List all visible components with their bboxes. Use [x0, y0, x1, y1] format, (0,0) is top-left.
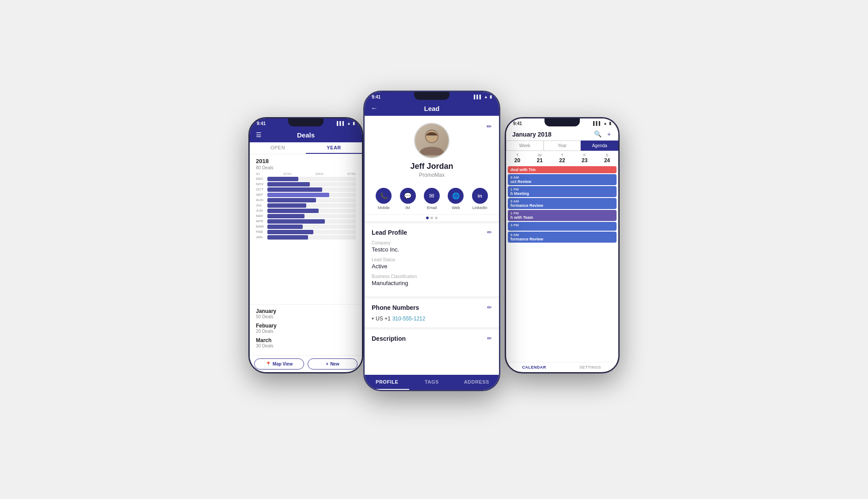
lead-avatar — [414, 123, 449, 158]
month-febuary: Febuary 20 Deals — [256, 323, 356, 334]
event-deal-with-tim[interactable]: deal with Tim — [508, 166, 617, 173]
event-product-review-1[interactable]: 9 AM uct Review — [508, 174, 617, 185]
tab-year[interactable]: YEAR — [306, 142, 362, 154]
search-icon[interactable]: 🔍 — [594, 130, 602, 138]
notch-right — [544, 118, 580, 126]
phone-numbers-edit-button[interactable]: ✏ — [487, 304, 492, 311]
tab-agenda[interactable]: Agenda — [581, 141, 618, 151]
phone-deals: 9:41 ▌▌▌ ▲ ▮ ☰ Deals OPEN YEAR 2018 80 D… — [248, 117, 363, 373]
phone-number[interactable]: 310-555-1212 — [392, 316, 426, 322]
tab-tags[interactable]: TAGS — [409, 375, 454, 390]
map-icon: 📍 — [266, 362, 271, 366]
lead-profile-title: Lead Profile — [372, 229, 407, 236]
wifi-icon-center: ▲ — [484, 95, 488, 99]
dot-3 — [435, 217, 438, 219]
web-icon: 🌐 — [448, 188, 464, 204]
lead-name: Jeff Jordan — [410, 162, 453, 171]
lead-profile-area: ✏ Jeff Jordan PromoMax — [365, 116, 499, 183]
bar-feb: FEB — [256, 230, 356, 234]
status-value: Active — [372, 263, 492, 270]
mobile-icon: 📞 — [376, 188, 392, 204]
lead-content: 9:41 ▌▌▌ ▲ ▮ ← Lead ✏ — [365, 92, 499, 390]
bar-mar: MAR — [256, 225, 356, 229]
scene: 9:41 ▌▌▌ ▲ ▮ ☰ Deals OPEN YEAR 2018 80 D… — [235, 77, 633, 422]
map-view-label: Map View — [273, 362, 293, 366]
signal-icon-center: ▌▌▌ — [474, 95, 482, 99]
event-performance-review-1[interactable]: 9 AM formance Review — [508, 198, 617, 209]
deals-title: Deals — [297, 131, 315, 139]
bar-jun: JUN — [256, 209, 356, 213]
deals-year-deals: 80 Deals — [250, 165, 362, 172]
calendar-content: 9:41 ▌▌▌ ▲ ▮ January 2018 🔍 ＋ Week Year — [506, 118, 618, 372]
notch-left — [288, 118, 324, 126]
map-view-button[interactable]: 📍 Map View — [254, 358, 304, 369]
action-linkedin[interactable]: in LinkedIn — [472, 188, 488, 210]
new-button[interactable]: + New — [308, 358, 358, 369]
notch-center — [414, 92, 449, 100]
classification-label: Business Classification — [372, 274, 492, 279]
phone-numbers-header-row: Phone Numbers ✏ — [372, 304, 492, 311]
phone-numbers-title: Phone Numbers — [372, 304, 419, 311]
cal-month-title: January 2018 — [512, 131, 552, 138]
lead-title: Lead — [424, 105, 439, 112]
action-web[interactable]: 🌐 Web — [448, 188, 464, 210]
day-col-21: W 21 — [529, 153, 551, 164]
wifi-icon-left: ▲ — [347, 121, 351, 126]
bar-dec: DEC — [256, 177, 356, 181]
event-lunch-with-team[interactable]: 1 PM h with Team — [508, 210, 617, 221]
day-col-24: S 24 — [596, 153, 618, 164]
deals-content: 9:41 ▌▌▌ ▲ ▮ ☰ Deals OPEN YEAR 2018 80 D… — [250, 118, 362, 372]
status-icons-center: ▌▌▌ ▲ ▮ — [474, 95, 492, 99]
battery-icon-left: ▮ — [353, 121, 355, 126]
tab-profile[interactable]: PROFILE — [365, 375, 409, 390]
wifi-icon-right: ▲ — [603, 121, 607, 126]
tab-week[interactable]: Week — [506, 141, 544, 151]
status-time-center: 9:41 — [372, 95, 381, 99]
menu-icon[interactable]: ☰ — [256, 131, 262, 138]
im-label: IM — [406, 206, 410, 210]
email-label: Email — [427, 206, 437, 210]
status-icons-left: ▌▌▌ ▲ ▮ — [337, 121, 355, 126]
tab-open[interactable]: OPEN — [250, 142, 306, 154]
signal-icon-left: ▌▌▌ — [337, 121, 345, 126]
classification-value: Manufacturing — [372, 280, 492, 286]
battery-icon-center: ▮ — [490, 95, 492, 99]
avatar-image — [415, 124, 449, 157]
profile-edit-button[interactable]: ✏ — [487, 123, 492, 130]
day-col-23: F 23 — [573, 153, 596, 164]
bar-chart: DEC NOV OCT SEP AUG — [250, 177, 362, 304]
axis-0: $0 — [256, 172, 260, 176]
event-empty[interactable]: 3 PM — [508, 222, 617, 231]
lead-profile-edit-button[interactable]: ✏ — [487, 229, 492, 236]
linkedin-label: LinkedIn — [472, 206, 487, 210]
cal-events: deal with Tim 9 AM uct Review 1 PM h Mee… — [506, 165, 618, 362]
add-event-button[interactable]: ＋ — [606, 130, 612, 138]
tab-year[interactable]: Year — [544, 141, 581, 151]
day-col-22: T 22 — [551, 153, 574, 164]
bar-may: MAY — [256, 214, 356, 218]
event-meeting-1[interactable]: 1 PM h Meeting — [508, 186, 617, 197]
phone-calendar: 9:41 ▌▌▌ ▲ ▮ January 2018 🔍 ＋ Week Year — [505, 117, 620, 373]
tab-calendar-bottom[interactable]: CALENDAR — [506, 365, 562, 369]
deals-tabs: OPEN YEAR — [250, 142, 362, 154]
tab-address[interactable]: ADDRESS — [454, 375, 499, 390]
phone-country: US +1 — [376, 316, 391, 322]
description-edit-button[interactable]: ✏ — [487, 335, 492, 342]
back-button[interactable]: ← — [371, 104, 378, 112]
action-email[interactable]: ✉ Email — [424, 188, 440, 210]
bar-sep: SEP — [256, 193, 356, 197]
carousel-dots — [365, 215, 499, 221]
action-mobile[interactable]: 📞 Mobile — [376, 188, 392, 210]
axis-1: $25K — [284, 172, 292, 176]
lead-company: PromoMax — [419, 172, 445, 178]
action-im[interactable]: 💬 IM — [400, 188, 416, 210]
lead-profile-section: Lead Profile ✏ Company Testco Inc. Lead … — [365, 221, 499, 296]
axis-3: $75K — [347, 172, 356, 176]
cal-day-headers: T 20 W 21 T 22 F 23 S 24 — [506, 151, 618, 165]
event-performance-review-2[interactable]: 9 AM formance Review — [508, 232, 617, 243]
web-label: Web — [452, 206, 460, 210]
day-col-20: T 20 — [506, 153, 529, 164]
status-time-right: 9:41 — [513, 121, 522, 126]
bar-apr: APR — [256, 219, 356, 224]
tab-settings-bottom[interactable]: SETTINGS — [562, 365, 618, 369]
